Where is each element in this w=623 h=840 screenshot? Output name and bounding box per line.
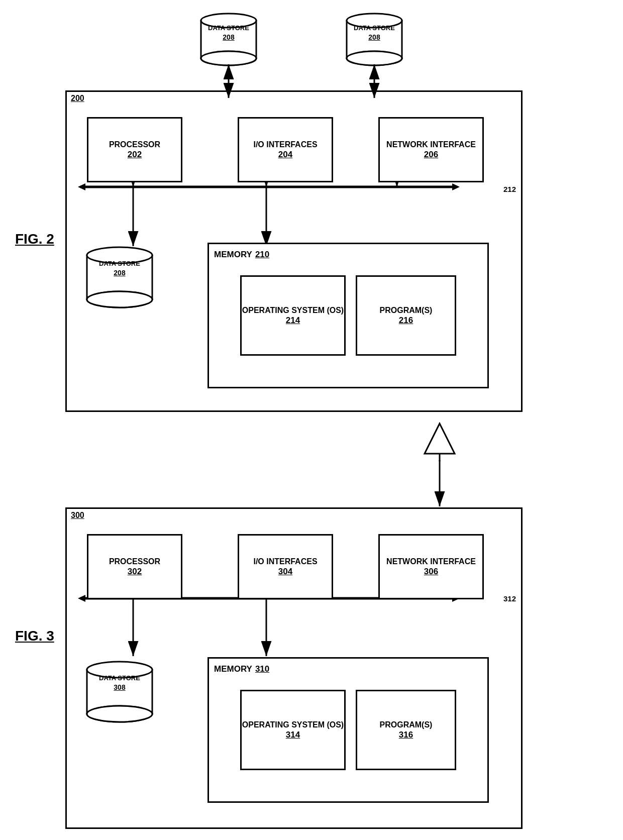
os-box-fig3: OPERATING SYSTEM (OS) 314: [240, 690, 346, 770]
network-box-fig3: NETWORK INTERFACE 306: [378, 534, 484, 599]
processor-box-fig2: PROCESSOR 202: [87, 117, 182, 182]
diagram300-id: 300: [71, 511, 84, 520]
datastore-bottom-label-fig3: DATA STORE 308: [82, 673, 157, 692]
svg-point-28: [87, 291, 152, 307]
page: FIG. 2 DATA STORE 208 DATA STORE: [0, 0, 623, 840]
io-box-fig2: I/O INTERFACES 204: [238, 117, 333, 182]
processor-box-fig3: PROCESSOR 302: [87, 534, 182, 599]
memory-box-fig2: MEMORY 210 OPERATING SYSTEM (OS) 214 PRO…: [207, 243, 489, 388]
diagram-300: 300 PROCESSOR 302 I/O INTERFACES 304 NET…: [65, 507, 523, 829]
network-box-fig2: NETWORK INTERFACE 206: [378, 117, 484, 182]
bus-label-fig2: 212: [503, 185, 516, 193]
io-box-fig3: I/O INTERFACES 304: [238, 534, 333, 599]
datastore-bottom-label-fig2: DATA STORE 208: [82, 259, 157, 277]
diagram200-id: 200: [71, 94, 84, 103]
diagram-200: 200 PROCESSOR 202 I/O INTERFACES 204 NET…: [65, 90, 523, 412]
datastore-bottom-fig2: DATA STORE 208: [82, 243, 157, 313]
svg-point-46: [87, 706, 152, 722]
programs-box-fig3: PROGRAM(S) 316: [356, 690, 456, 770]
memory-box-fig3: MEMORY 310 OPERATING SYSTEM (OS) 314 PRO…: [207, 657, 489, 803]
datastore-bottom-fig3: DATA STORE 308: [82, 657, 157, 727]
os-box-fig2: OPERATING SYSTEM (OS) 214: [240, 275, 346, 356]
bus-label-fig3: 312: [503, 594, 516, 603]
programs-box-fig2: PROGRAM(S) 216: [356, 275, 456, 356]
